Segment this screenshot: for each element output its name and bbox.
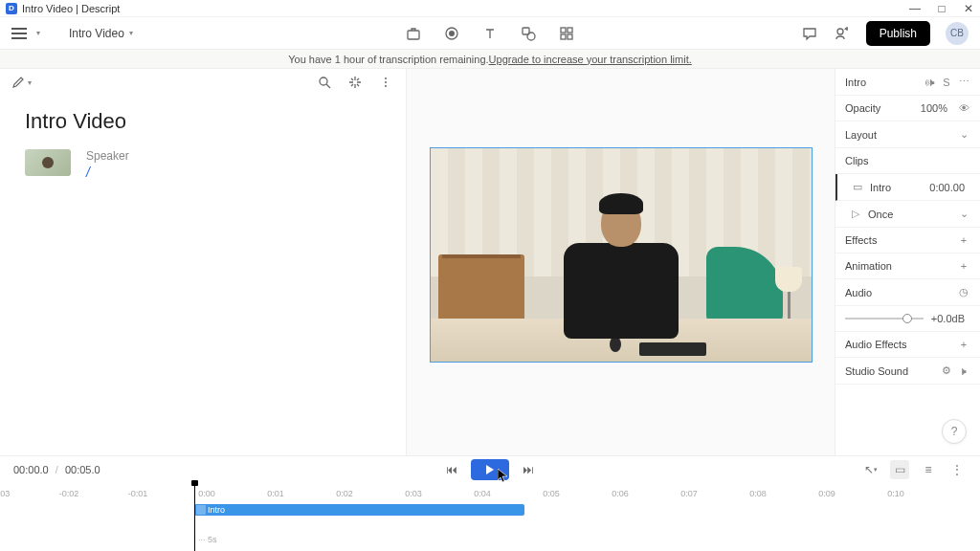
ruler-tick: 0:08 [749, 489, 767, 498]
script-pane: ▾ Intro Video Speaker / [0, 69, 407, 455]
video-preview[interactable] [430, 147, 813, 363]
svg-rect-8 [568, 34, 572, 39]
play-small-icon: ▷ [849, 208, 862, 220]
scene-badge[interactable]: S [940, 77, 953, 88]
settings-slider-icon[interactable]: ⚙ [940, 364, 953, 377]
window-title: Intro Video | Descript [22, 3, 120, 14]
ruler-tick: 0:04 [474, 489, 491, 498]
chevron-down-icon: ⌄ [957, 208, 970, 220]
audio-effects-label: Audio Effects [845, 339, 953, 350]
ruler-tick: -0:01 [128, 489, 148, 498]
selection-name: Intro [845, 77, 919, 88]
gap-marker[interactable]: ··· 5s [198, 535, 217, 544]
share-icon[interactable] [834, 25, 851, 42]
transcription-banner: You have 1 hour of transcription remaini… [0, 50, 980, 69]
svg-point-9 [837, 29, 843, 34]
speaker-label[interactable]: Speaker [86, 149, 129, 163]
chevron-down-icon: ⌄ [957, 128, 970, 141]
ruler-tick: -0:03 [0, 489, 10, 498]
skip-back-icon[interactable]: ⏮ [446, 463, 457, 476]
timeline-more-icon[interactable]: ⋮ [947, 460, 967, 479]
timeline[interactable]: -0:03-0:02-0:010:000:010:020:030:040:050… [0, 483, 980, 544]
sparkle-icon[interactable] [346, 74, 364, 91]
playhead[interactable] [194, 483, 195, 551]
cursor-tool-icon[interactable]: ↖▾ [861, 460, 880, 479]
plus-icon[interactable]: + [957, 339, 970, 350]
close-button[interactable]: ✕ [963, 3, 974, 14]
upgrade-link[interactable]: Upgrade to increase your transcription l… [489, 54, 692, 65]
svg-point-4 [527, 33, 535, 40]
plus-icon[interactable]: + [957, 260, 970, 272]
maximize-button[interactable]: □ [936, 3, 947, 14]
mute-icon[interactable]: 🕨 [957, 365, 970, 377]
opacity-value[interactable]: 100% [921, 102, 947, 114]
tracks-icon[interactable]: ≡ [919, 460, 938, 479]
opacity-label: Opacity [845, 102, 921, 114]
clip-name: Intro [864, 182, 929, 193]
animation-label: Animation [845, 260, 953, 272]
svg-rect-0 [408, 31, 419, 39]
search-icon[interactable] [316, 74, 333, 91]
speaker-toggle-icon[interactable]: 🕪 [923, 77, 936, 88]
ruler-tick: 0:05 [543, 489, 560, 498]
timeline-ruler[interactable]: -0:03-0:02-0:010:000:010:020:030:040:050… [0, 489, 980, 502]
clip-thumb-icon: ▭ [851, 181, 864, 193]
effects-label: Effects [845, 234, 953, 246]
plus-icon[interactable]: + [957, 234, 970, 246]
ruler-tick: -0:02 [59, 489, 79, 498]
svg-rect-5 [561, 28, 566, 33]
layout-label: Layout [845, 129, 953, 141]
ruler-tick: 0:03 [405, 489, 422, 498]
svg-point-10 [320, 77, 327, 85]
layout-row[interactable]: Layout ⌄ [835, 121, 980, 148]
project-dropdown[interactable]: Intro Video ▾ [69, 27, 133, 40]
publish-button[interactable]: Publish [866, 21, 930, 46]
menu-icon[interactable] [11, 28, 27, 39]
ruler-tick: 0:02 [336, 489, 353, 498]
user-avatar[interactable]: CB [946, 22, 969, 45]
shapes-icon[interactable] [520, 25, 537, 42]
studio-sound-row[interactable]: Studio Sound ⚙ 🕨 [835, 358, 980, 385]
menu-chevron-icon[interactable]: ▾ [36, 29, 40, 37]
clip-row[interactable]: ▭ Intro 0:00.00 [835, 174, 980, 201]
timeline-clip[interactable]: Intro [194, 504, 524, 516]
gain-value: +0.0dB [931, 313, 965, 324]
play-mode-row[interactable]: ▷ Once ⌄ [835, 201, 980, 228]
document-title[interactable]: Intro Video [0, 96, 406, 145]
skip-forward-icon[interactable]: ⏭ [523, 463, 534, 476]
studio-sound-label: Studio Sound [845, 365, 936, 377]
grid-icon[interactable] [558, 25, 575, 42]
scene-thumbnail[interactable] [25, 149, 71, 176]
window-titlebar: D Intro Video | Descript — □ ✕ [0, 0, 980, 17]
text-icon[interactable] [481, 25, 499, 42]
chat-icon[interactable] [801, 25, 818, 42]
audio-gain-row[interactable]: +0.0dB [835, 306, 980, 332]
transcript-cursor[interactable]: / [86, 165, 129, 180]
project-name: Intro Video [69, 27, 124, 40]
effects-row[interactable]: Effects + [835, 228, 980, 253]
record-icon[interactable] [443, 25, 460, 42]
help-button[interactable]: ? [942, 419, 967, 444]
clip-time: 0:00.00 [929, 182, 965, 193]
svg-point-12 [385, 81, 387, 83]
edit-mode-icon[interactable]: ▾ [11, 76, 32, 89]
ruler-tick: 0:07 [680, 489, 698, 498]
ruler-tick: 0:01 [267, 489, 284, 498]
animation-row[interactable]: Animation + [835, 253, 980, 279]
gain-slider[interactable] [845, 318, 924, 320]
visibility-icon[interactable]: 👁 [957, 102, 970, 114]
more-icon[interactable] [377, 74, 394, 91]
more-dots-icon[interactable]: ⋯ [957, 76, 970, 88]
timeline-view-icon[interactable]: ▭ [890, 460, 909, 479]
script-block[interactable]: Speaker / [0, 145, 406, 184]
camera-icon[interactable] [405, 25, 422, 42]
canvas-pane[interactable] [407, 69, 835, 455]
play-button[interactable] [471, 459, 509, 480]
video-track[interactable]: Intro [0, 504, 980, 518]
ruler-tick: 0:09 [818, 489, 835, 498]
minimize-button[interactable]: — [909, 3, 921, 14]
timeline-panel: 00:00.0 / 00:05.0 ⏮ ⏭ ↖▾ ▭ ≡ ⋮ -0:03-0:0… [0, 455, 980, 551]
ruler-tick: 0:06 [612, 489, 629, 498]
svg-point-11 [385, 77, 387, 79]
clock-icon[interactable]: ◷ [957, 286, 970, 298]
